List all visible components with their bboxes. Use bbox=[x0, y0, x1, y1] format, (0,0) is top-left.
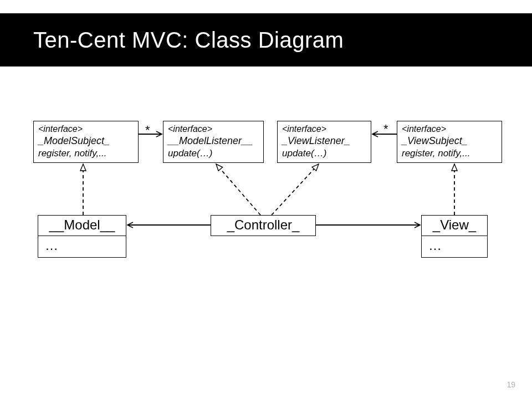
iface-model-listener: <interface> __ModelListener__ update(…) bbox=[163, 121, 264, 163]
class-body: … bbox=[421, 236, 488, 258]
realize-ctrl-vl bbox=[272, 164, 319, 215]
iface-name: _ViewSubject_ bbox=[402, 135, 497, 147]
multiplicity-left: * bbox=[145, 123, 150, 137]
realize-ctrl-ml bbox=[216, 164, 260, 215]
class-view: _View_ … bbox=[421, 215, 488, 258]
iface-name: _ViewListener_ bbox=[282, 135, 366, 147]
iface-ops: register, notify,... bbox=[402, 147, 497, 159]
class-name: _View_ bbox=[421, 215, 488, 236]
class-body: … bbox=[38, 236, 126, 258]
stereotype: <interface> bbox=[282, 124, 366, 135]
page-number: 19 bbox=[507, 380, 515, 389]
iface-view-subject: <interface> _ViewSubject_ register, noti… bbox=[397, 121, 502, 163]
iface-name: _ModelSubject_ bbox=[38, 135, 134, 147]
iface-ops: register, notify,... bbox=[38, 147, 134, 159]
class-controller: _Controller_ bbox=[211, 215, 316, 236]
title-bar: Ten-Cent MVC: Class Diagram bbox=[0, 13, 532, 66]
page-title: Ten-Cent MVC: Class Diagram bbox=[33, 28, 344, 53]
class-name: __Model__ bbox=[38, 215, 126, 236]
iface-ops: update(…) bbox=[282, 147, 366, 159]
iface-ops: update(…) bbox=[168, 147, 259, 159]
iface-model-subject: <interface> _ModelSubject_ register, not… bbox=[33, 121, 139, 163]
iface-name: __ModelListener__ bbox=[168, 135, 259, 147]
class-name: _Controller_ bbox=[211, 215, 316, 236]
stereotype: <interface> bbox=[402, 124, 497, 135]
multiplicity-right: * bbox=[383, 122, 388, 136]
stereotype: <interface> bbox=[168, 124, 259, 135]
stereotype: <interface> bbox=[38, 124, 134, 135]
iface-view-listener: <interface> _ViewListener_ update(…) bbox=[277, 121, 371, 163]
class-model: __Model__ … bbox=[38, 215, 126, 258]
